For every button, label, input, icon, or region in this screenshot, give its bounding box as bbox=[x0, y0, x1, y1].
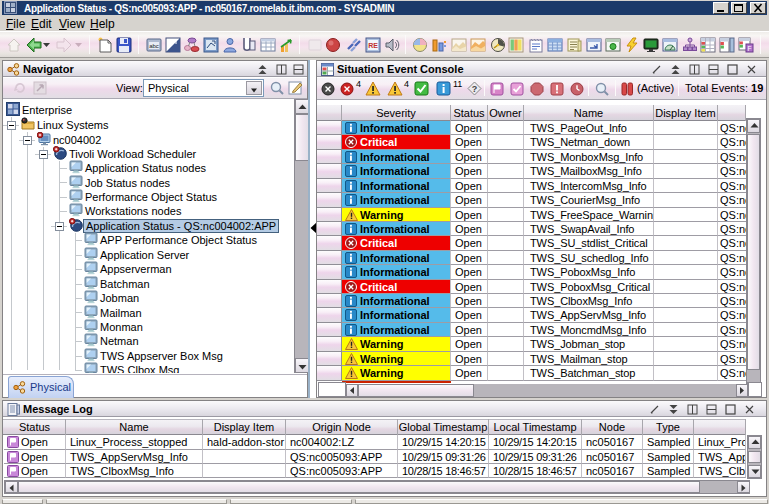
svg-text:F: F bbox=[748, 45, 752, 52]
svg-text:?: ? bbox=[472, 84, 478, 94]
svg-text:RE: RE bbox=[368, 42, 378, 49]
svg-text:abc: abc bbox=[149, 43, 159, 49]
